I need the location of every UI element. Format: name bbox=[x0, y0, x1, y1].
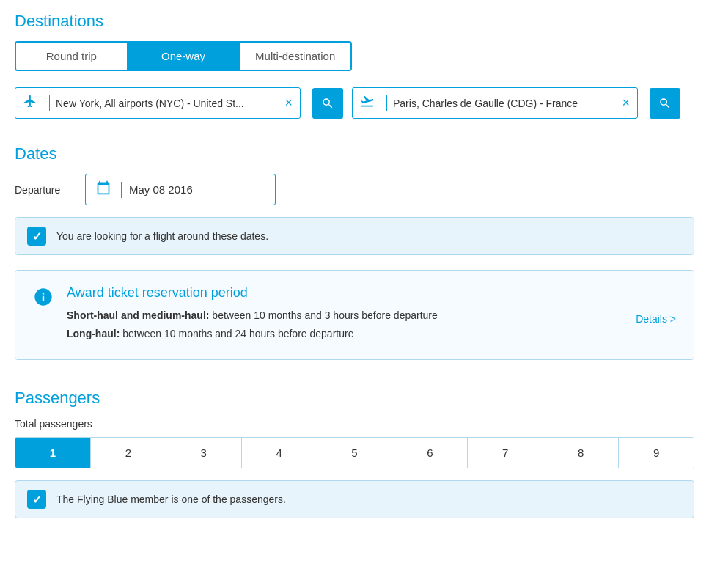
departure-label: Departure bbox=[15, 184, 73, 196]
passenger-stepper: 1 2 3 4 5 6 7 8 9 bbox=[15, 437, 694, 468]
award-short-haul-desc: between 10 months and 3 hours before dep… bbox=[212, 309, 437, 321]
calendar-icon bbox=[96, 180, 111, 199]
divider-2 bbox=[15, 375, 694, 375]
award-long-haul-label: Long-haul: bbox=[67, 328, 120, 339]
trip-type-tabs: Round trip One-way Multi-destination bbox=[15, 41, 352, 71]
destination-clear-button[interactable]: × bbox=[622, 95, 630, 111]
airports-row: New York, All airports (NYC) - United St… bbox=[15, 87, 694, 119]
dates-info-text: You are looking for a flight around thes… bbox=[56, 230, 268, 242]
dates-title: Dates bbox=[15, 144, 694, 163]
total-passengers-label: Total passengers bbox=[15, 418, 694, 430]
stepper-5[interactable]: 5 bbox=[317, 438, 393, 468]
stepper-3[interactable]: 3 bbox=[166, 438, 242, 468]
destination-divider bbox=[386, 95, 387, 111]
departure-date-value: May 08 2016 bbox=[129, 183, 193, 196]
award-long-haul: Long-haul: between 10 months and 24 hour… bbox=[67, 326, 618, 342]
plane-arrive-icon bbox=[360, 94, 375, 112]
origin-divider bbox=[49, 95, 50, 111]
stepper-7[interactable]: 7 bbox=[468, 438, 543, 468]
origin-search-button[interactable] bbox=[312, 88, 343, 119]
destination-search-button[interactable] bbox=[650, 88, 680, 119]
destinations-title: Destinations bbox=[15, 12, 694, 31]
origin-text: New York, All airports (NYC) - United St… bbox=[56, 98, 279, 109]
destinations-section: Destinations Round trip One-way Multi-de… bbox=[15, 12, 694, 119]
stepper-9[interactable]: 9 bbox=[619, 438, 694, 468]
destination-field-wrapper: Paris, Charles de Gaulle (CDG) - France … bbox=[352, 87, 680, 119]
stepper-2[interactable]: 2 bbox=[91, 438, 166, 468]
tab-round-trip[interactable]: Round trip bbox=[16, 43, 128, 70]
tab-one-way[interactable]: One-way bbox=[128, 43, 240, 70]
award-ticket-box: Award ticket reservation period Short-ha… bbox=[15, 270, 694, 360]
flying-blue-text: The Flying Blue member is one of the pas… bbox=[56, 493, 286, 505]
dates-checkbox-icon bbox=[27, 227, 46, 246]
origin-input-container[interactable]: New York, All airports (NYC) - United St… bbox=[15, 87, 301, 119]
award-info-icon bbox=[33, 287, 54, 312]
destination-text: Paris, Charles de Gaulle (CDG) - France bbox=[393, 98, 616, 109]
award-short-haul: Short-haul and medium-haul: between 10 m… bbox=[67, 308, 618, 323]
origin-clear-button[interactable]: × bbox=[284, 95, 293, 111]
details-arrow: > bbox=[670, 313, 676, 325]
departure-row: Departure May 08 2016 bbox=[15, 174, 694, 205]
flying-blue-box: The Flying Blue member is one of the pas… bbox=[15, 480, 694, 518]
divider-1 bbox=[15, 131, 694, 131]
dates-info-box: You are looking for a flight around thes… bbox=[15, 217, 694, 255]
flying-blue-checkbox-icon bbox=[27, 490, 46, 509]
origin-field-wrapper: New York, All airports (NYC) - United St… bbox=[15, 87, 343, 119]
passengers-title: Passengers bbox=[15, 389, 694, 408]
award-content: Award ticket reservation period Short-ha… bbox=[67, 285, 618, 345]
award-title: Award ticket reservation period bbox=[67, 285, 618, 301]
award-short-haul-label: Short-haul and medium-haul: bbox=[67, 309, 209, 321]
tab-multi-destination[interactable]: Multi-destination bbox=[240, 43, 350, 70]
date-divider bbox=[121, 182, 122, 198]
departure-date-input[interactable]: May 08 2016 bbox=[85, 174, 276, 205]
award-long-haul-desc: between 10 months and 24 hours before de… bbox=[122, 328, 353, 339]
details-label: Details bbox=[636, 313, 667, 325]
stepper-4[interactable]: 4 bbox=[242, 438, 317, 468]
plane-depart-icon bbox=[23, 94, 37, 112]
stepper-8[interactable]: 8 bbox=[543, 438, 619, 468]
award-details-link[interactable]: Details > bbox=[636, 313, 676, 325]
stepper-6[interactable]: 6 bbox=[392, 438, 468, 468]
passengers-section: Passengers Total passengers 1 2 3 4 5 6 … bbox=[15, 389, 694, 518]
destination-input-container[interactable]: Paris, Charles de Gaulle (CDG) - France … bbox=[352, 87, 638, 119]
dates-section: Dates Departure May 08 2016 You are look… bbox=[15, 144, 694, 255]
stepper-1[interactable]: 1 bbox=[15, 438, 91, 468]
